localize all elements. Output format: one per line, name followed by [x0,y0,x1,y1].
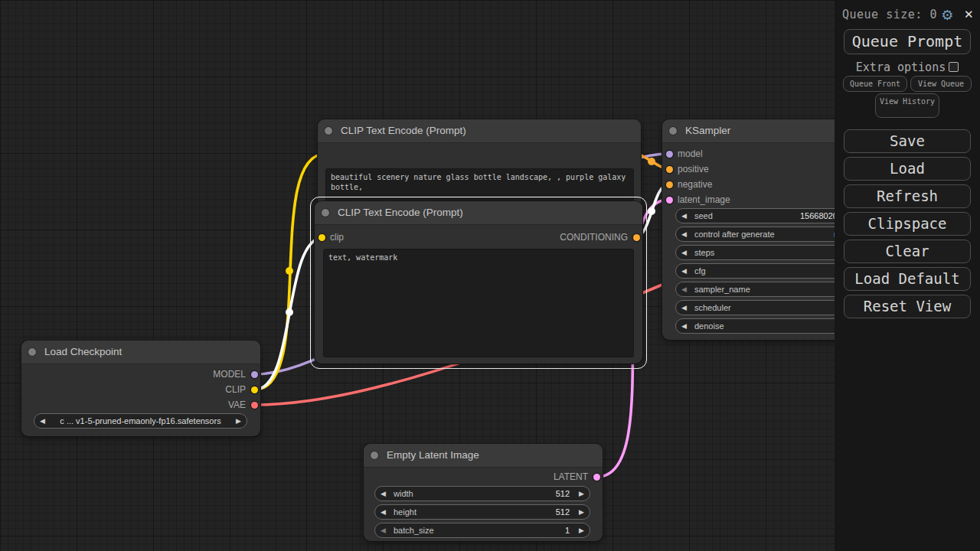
queue-size-label: Queue size: [842,8,923,21]
save-button[interactable]: Save [844,129,971,153]
model-port-dot[interactable] [251,371,258,378]
widget-value: 512 [556,487,570,500]
input-port-model[interactable]: model [662,148,800,159]
reset-view-button[interactable]: Reset View [844,295,971,318]
input-label: model [678,148,703,159]
widget-width[interactable]: ◀ width 512 ▶ [374,486,590,501]
widget-height[interactable]: ◀ height 512 ▶ [374,504,590,520]
node-title-bar[interactable]: CLIP Text Encode (Prompt) [318,119,641,142]
refresh-button[interactable]: Refresh [844,184,971,208]
node-title-bar[interactable]: Load Checkpoint [21,341,260,364]
decrement-arrow-icon[interactable]: ◀ [681,319,687,333]
node-title-bar[interactable]: CLIP Text Encode (Prompt) [315,201,642,224]
link-dot-clip-selected [286,308,293,316]
collapse-dot-icon[interactable] [322,209,329,217]
output-port-latent[interactable]: LATENT [465,471,603,482]
output-label: VAE [228,399,246,410]
previous-option-arrow-icon[interactable]: ◀ [40,414,45,428]
node-empty-latent-image[interactable]: Empty Latent Image LATENT ◀ width 512 ▶ … [364,444,603,541]
widget-batch-size[interactable]: ◀ batch_size 1 ▶ [374,523,590,538]
decrement-arrow-icon[interactable]: ◀ [381,523,386,537]
decrement-arrow-icon[interactable]: ◀ [681,246,687,259]
collapse-dot-icon[interactable] [371,452,378,459]
decrement-arrow-icon[interactable]: ◀ [681,209,687,223]
latent-port-dot[interactable] [593,474,600,481]
output-port-clip[interactable]: CLIP [122,384,260,395]
decrement-arrow-icon[interactable]: ◀ [381,487,386,500]
widget-label: control after generate [694,227,775,241]
input-label: negative [678,179,712,190]
clip-port-dot[interactable] [251,386,258,393]
settings-gear-icon[interactable]: ⚙ [941,7,954,23]
extra-options-checkbox[interactable] [949,62,959,72]
conditioning-port-dot[interactable] [666,181,673,188]
decrement-arrow-icon[interactable]: ◀ [381,505,386,519]
queue-prompt-button[interactable]: Queue Prompt [844,29,971,54]
widget-value: c ... v1-5-pruned-emaonly-fp16.safetenso… [53,414,228,428]
clipspace-button[interactable]: Clipspace [844,212,971,236]
clear-button[interactable]: Clear [844,240,971,263]
widget-label: width [394,487,413,500]
vae-port-dot[interactable] [251,402,258,409]
queue-size-value: 0 [929,8,937,21]
link-dot-conditioning [648,158,655,165]
decrement-arrow-icon[interactable]: ◀ [681,301,687,315]
node-clip-text-encode-negative[interactable]: CLIP Text Encode (Prompt) clip CONDITION… [315,201,642,364]
node-load-checkpoint[interactable]: Load Checkpoint MODEL CLIP VAE ◀ c ... v… [21,341,260,436]
widget-label: cfg [694,264,706,278]
output-label: CONDITIONING [560,232,628,243]
comfyui-canvas[interactable]: CLIP Text Encode (Prompt) clip CONDITION… [0,0,980,551]
output-label: CLIP [225,384,246,395]
view-history-button[interactable]: View History [875,93,939,118]
increment-arrow-icon[interactable]: ▶ [579,505,584,519]
output-label: LATENT [554,471,588,482]
decrement-arrow-icon[interactable]: ◀ [681,282,687,296]
close-icon[interactable]: ✕ [964,8,974,21]
collapse-dot-icon[interactable] [28,348,36,356]
input-label: latent_image [678,194,730,205]
extra-options-label: Extra options [856,60,946,74]
widget-label: seed [694,209,713,223]
decrement-arrow-icon[interactable]: ◀ [681,264,687,278]
input-port-positive[interactable]: positive [662,164,800,174]
input-port-latent-image[interactable]: latent_image [662,194,800,205]
output-label: MODEL [213,369,246,380]
node-title: CLIP Text Encode (Prompt) [338,207,463,218]
load-button[interactable]: Load [844,157,971,181]
node-title-bar[interactable]: Empty Latent Image [364,444,603,467]
decrement-arrow-icon[interactable]: ◀ [681,227,687,241]
widget-label: denoise [694,319,724,333]
next-option-arrow-icon[interactable]: ▶ [236,414,241,428]
queue-front-button[interactable]: Queue Front [843,76,907,92]
widget-label: scheduler [694,301,731,315]
widget-ckpt-name[interactable]: ◀ c ... v1-5-pruned-emaonly-fp16.safeten… [34,413,247,429]
output-port-model[interactable]: MODEL [122,369,260,380]
prompt-textarea[interactable]: text, watermark [323,249,634,357]
conditioning-port-dot[interactable] [666,166,673,173]
widget-value: 1 [565,523,570,537]
widget-value: 512 [556,505,570,519]
view-queue-button[interactable]: View Queue [910,76,972,92]
latent-port-dot[interactable] [666,197,673,204]
queue-menu-panel: Queue size: 0 ⚙ ✕ Queue Prompt Extra opt… [835,0,980,551]
output-port-vae[interactable]: VAE [122,399,260,410]
node-title: Load Checkpoint [44,346,122,357]
link-dot-conditioning-selected [648,207,655,215]
input-port-negative[interactable]: negative [662,179,800,190]
model-port-dot[interactable] [666,151,673,158]
node-title: CLIP Text Encode (Prompt) [341,125,466,136]
conditioning-port-dot[interactable] [633,234,640,241]
collapse-dot-icon[interactable] [325,127,332,135]
widget-label: batch_size [394,523,434,537]
collapse-dot-icon[interactable] [669,127,677,135]
load-default-button[interactable]: Load Default [844,267,971,291]
input-port-clip[interactable]: clip [315,232,468,243]
increment-arrow-icon[interactable]: ▶ [579,523,584,537]
link-dot-clip [286,267,293,275]
input-label: positive [678,164,709,174]
increment-arrow-icon[interactable]: ▶ [579,487,584,500]
node-title: KSampler [685,125,730,136]
input-label: clip [330,232,344,243]
output-port-conditioning[interactable]: CONDITIONING [489,232,642,243]
clip-port-dot[interactable] [318,234,325,241]
